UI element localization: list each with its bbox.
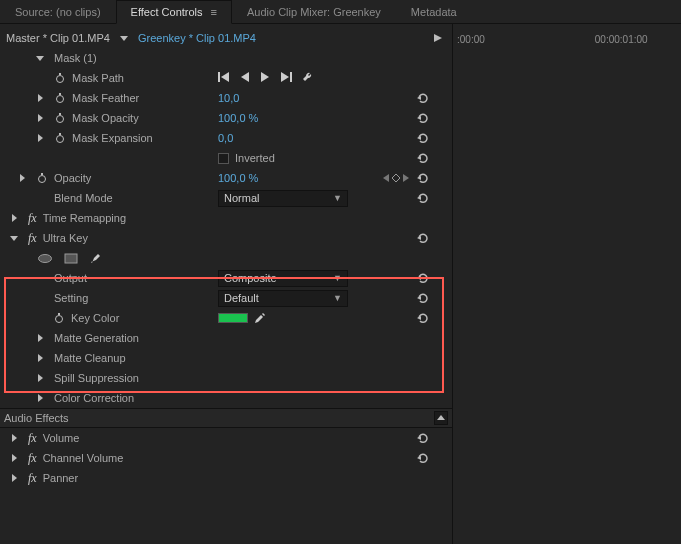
chevron-down-icon: ▼ <box>333 193 342 203</box>
blend-mode-dropdown[interactable]: Normal▼ <box>218 190 348 207</box>
twirl-right-icon[interactable] <box>36 94 48 103</box>
setting-dropdown[interactable]: Default▼ <box>218 290 348 307</box>
svg-rect-40 <box>58 313 60 315</box>
svg-marker-44 <box>38 374 43 382</box>
timeline-mini[interactable]: :00:00 00:00:01:00 <box>452 24 681 544</box>
mask-expansion-value[interactable]: 0,0 <box>218 132 233 144</box>
eyedropper-icon[interactable] <box>254 312 266 324</box>
twirl-down-icon[interactable] <box>36 54 48 63</box>
mask-opacity-value[interactable]: 100,0 % <box>218 112 258 124</box>
transport-last-icon[interactable] <box>280 72 292 84</box>
tab-menu-icon[interactable]: ≡ <box>211 6 217 18</box>
svg-point-16 <box>57 115 64 122</box>
svg-marker-49 <box>12 454 17 462</box>
ultra-key-header[interactable]: Ultra Key <box>43 232 88 244</box>
reset-icon[interactable] <box>410 112 436 124</box>
channel-volume-label[interactable]: Channel Volume <box>43 452 124 464</box>
reset-icon[interactable] <box>410 232 436 244</box>
twirl-right-icon[interactable] <box>36 134 48 143</box>
stopwatch-icon[interactable] <box>36 173 48 184</box>
reset-icon[interactable] <box>410 172 436 184</box>
tab-metadata[interactable]: Metadata <box>396 0 472 23</box>
svg-marker-51 <box>12 474 17 482</box>
key-color-swatch[interactable] <box>218 313 248 323</box>
ellipse-mask-button[interactable] <box>36 251 54 265</box>
tab-source[interactable]: Source: (no clips) <box>0 0 116 23</box>
scroll-up-icon[interactable] <box>434 411 448 425</box>
svg-rect-13 <box>59 93 61 95</box>
svg-point-35 <box>39 254 52 262</box>
reset-icon[interactable] <box>410 452 436 464</box>
mask-path-label[interactable]: Mask Path <box>72 72 124 84</box>
key-color-label[interactable]: Key Color <box>71 312 119 324</box>
mask-opacity-label[interactable]: Mask Opacity <box>72 112 139 124</box>
matte-cleanup-label[interactable]: Matte Cleanup <box>54 352 126 364</box>
setting-label: Setting <box>54 292 88 304</box>
svg-marker-6 <box>221 72 229 82</box>
fx-badge-icon: fx <box>28 231 37 246</box>
wrench-icon[interactable] <box>302 71 314 85</box>
mask-feather-value[interactable]: 10,0 <box>218 92 239 104</box>
stopwatch-icon[interactable] <box>54 73 66 84</box>
stopwatch-icon[interactable] <box>54 113 66 124</box>
panner-label[interactable]: Panner <box>43 472 78 484</box>
opacity-label[interactable]: Opacity <box>54 172 91 184</box>
twirl-right-icon[interactable] <box>36 334 48 343</box>
master-dropdown-icon[interactable] <box>120 34 132 43</box>
mask-feather-label[interactable]: Mask Feather <box>72 92 139 104</box>
sequence-clip-link[interactable]: Greenkey * Clip 01.MP4 <box>138 32 256 44</box>
rect-mask-button[interactable] <box>62 251 80 265</box>
matte-generation-label[interactable]: Matte Generation <box>54 332 139 344</box>
timecode-1: 00:00:01:00 <box>595 34 648 45</box>
stopwatch-icon[interactable] <box>54 93 66 104</box>
playhead-go-icon[interactable] <box>434 34 446 43</box>
twirl-right-icon[interactable] <box>10 454 22 463</box>
reset-icon[interactable] <box>410 192 436 204</box>
stopwatch-icon[interactable] <box>53 313 65 324</box>
pen-mask-button[interactable] <box>88 251 106 265</box>
time-remapping-label[interactable]: Time Remapping <box>43 212 126 224</box>
prev-keyframe-icon[interactable] <box>382 172 390 184</box>
twirl-right-icon[interactable] <box>10 434 22 443</box>
twirl-right-icon[interactable] <box>18 174 30 183</box>
reset-icon[interactable] <box>410 272 436 284</box>
volume-label[interactable]: Volume <box>43 432 80 444</box>
mask-expansion-label[interactable]: Mask Expansion <box>72 132 153 144</box>
reset-icon[interactable] <box>410 92 436 104</box>
blend-mode-label: Blend Mode <box>54 192 113 204</box>
transport-next-icon[interactable] <box>260 72 270 84</box>
spill-suppression-label[interactable]: Spill Suppression <box>54 372 139 384</box>
twirl-right-icon[interactable] <box>10 214 22 223</box>
output-dropdown[interactable]: Composite▼ <box>218 270 348 287</box>
transport-prev-icon[interactable] <box>240 72 250 84</box>
svg-rect-21 <box>59 133 61 135</box>
svg-marker-0 <box>120 36 128 41</box>
twirl-right-icon[interactable] <box>36 354 48 363</box>
master-clip-label: Master * Clip 01.MP4 <box>6 32 110 44</box>
transport-first-icon[interactable] <box>218 72 230 84</box>
reset-icon[interactable] <box>410 152 436 164</box>
twirl-right-icon[interactable] <box>10 474 22 483</box>
audio-effects-header[interactable]: Audio Effects <box>4 412 69 424</box>
add-keyframe-icon[interactable] <box>392 172 400 184</box>
mask-header[interactable]: Mask (1) <box>54 52 97 64</box>
tab-audio-mixer[interactable]: Audio Clip Mixer: Greenkey <box>232 0 396 23</box>
twirl-right-icon[interactable] <box>36 114 48 123</box>
svg-point-20 <box>57 135 64 142</box>
twirl-down-icon[interactable] <box>10 234 22 243</box>
opacity-value[interactable]: 100,0 % <box>218 172 258 184</box>
color-correction-label[interactable]: Color Correction <box>54 392 134 404</box>
tab-effect-controls[interactable]: Effect Controls≡ <box>116 0 232 24</box>
twirl-right-icon[interactable] <box>36 394 48 403</box>
twirl-right-icon[interactable] <box>36 374 48 383</box>
reset-icon[interactable] <box>410 132 436 144</box>
next-keyframe-icon[interactable] <box>402 172 410 184</box>
reset-icon[interactable] <box>410 292 436 304</box>
inverted-checkbox[interactable] <box>218 153 229 164</box>
stopwatch-icon[interactable] <box>54 133 66 144</box>
reset-icon[interactable] <box>410 312 436 324</box>
reset-icon[interactable] <box>410 432 436 444</box>
chevron-down-icon: ▼ <box>333 273 342 283</box>
svg-marker-28 <box>392 174 400 182</box>
svg-marker-11 <box>38 94 43 102</box>
